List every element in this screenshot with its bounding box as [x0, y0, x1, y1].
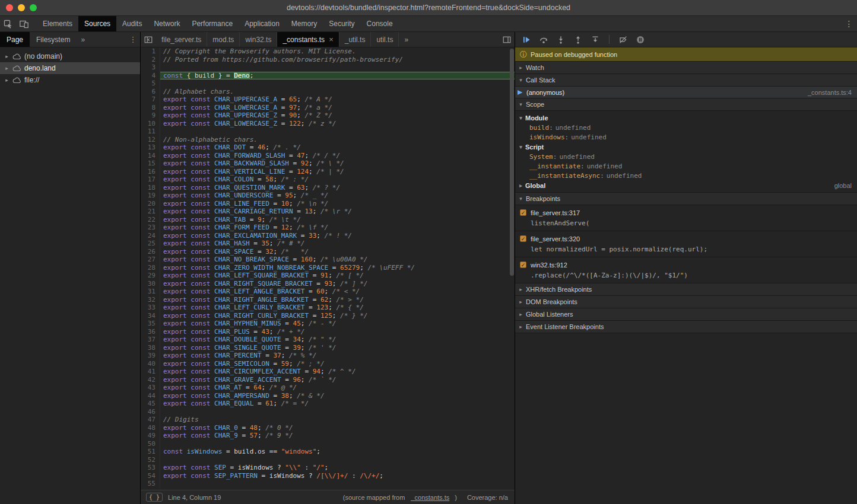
zoom-window-button[interactable]: [30, 4, 37, 11]
line-number[interactable]: 38: [141, 344, 160, 352]
line-number[interactable]: 4: [141, 72, 160, 80]
navigator-toggle-icon[interactable]: [141, 32, 156, 47]
tab-application[interactable]: Application: [239, 16, 285, 31]
section-dom-breakpoints[interactable]: ▸DOM Breakpoints: [515, 295, 857, 308]
file-tab-_util-ts[interactable]: _util.ts: [339, 32, 372, 47]
line-number[interactable]: 55: [141, 480, 160, 488]
navigator-tab-filesystem[interactable]: Filesystem: [30, 32, 77, 47]
line-number[interactable]: 30: [141, 280, 160, 288]
device-toolbar-button[interactable]: [16, 16, 32, 31]
line-number[interactable]: 37: [141, 336, 160, 344]
file-tab-mod-ts[interactable]: mod.ts: [207, 32, 240, 47]
resume-script-button[interactable]: [521, 34, 532, 45]
minimize-window-button[interactable]: [18, 4, 25, 11]
line-number[interactable]: 42: [141, 376, 160, 384]
step-over-button[interactable]: [538, 34, 549, 45]
panel-toggle-icon[interactable]: [499, 32, 515, 47]
breakpoint-checkbox[interactable]: ✓: [520, 261, 526, 268]
navigator-item-file[interactable]: ▸file://: [0, 74, 140, 86]
scope-variable[interactable]: __instantiate:undefined: [515, 161, 857, 171]
line-number[interactable]: 16: [141, 168, 160, 176]
tab-memory[interactable]: Memory: [285, 16, 323, 31]
line-number[interactable]: 47: [141, 416, 160, 424]
line-number[interactable]: 21: [141, 208, 160, 216]
pause-on-exceptions-button[interactable]: [635, 34, 646, 45]
section-call-stack[interactable]: ▾ Call Stack: [515, 74, 857, 87]
scope-section-module[interactable]: ▾Module: [515, 113, 857, 123]
tab-elements[interactable]: Elements: [37, 16, 78, 31]
line-number[interactable]: 53: [141, 464, 160, 472]
line-number[interactable]: 41: [141, 368, 160, 376]
step-out-button[interactable]: [573, 34, 583, 45]
section-xhr-fetch-breakpoints[interactable]: ▸XHR/fetch Breakpoints: [515, 283, 857, 296]
line-number[interactable]: 3: [141, 63, 160, 72]
line-number[interactable]: 27: [141, 256, 160, 264]
line-number[interactable]: 19: [141, 192, 160, 200]
inspect-element-button[interactable]: [0, 16, 16, 31]
line-number[interactable]: 15: [141, 160, 160, 168]
more-navigator-tabs-button[interactable]: »: [77, 32, 89, 47]
file-tab-win32-ts[interactable]: win32.ts: [240, 32, 277, 47]
line-number[interactable]: 52: [141, 456, 160, 464]
section-watch[interactable]: ▸ Watch: [515, 61, 857, 74]
line-number[interactable]: 34: [141, 312, 160, 320]
tab-sources[interactable]: Sources: [78, 16, 116, 31]
tab-security[interactable]: Security: [323, 16, 360, 31]
navigator-tab-page[interactable]: Page: [0, 32, 30, 47]
line-number[interactable]: 31: [141, 288, 160, 296]
navigator-menu-button[interactable]: ⋮: [126, 32, 140, 47]
line-number[interactable]: 11: [141, 127, 160, 136]
line-number[interactable]: 36: [141, 328, 160, 336]
scope-variable[interactable]: isWindows:undefined: [515, 132, 857, 142]
tab-performance[interactable]: Performance: [186, 16, 239, 31]
line-number[interactable]: 20: [141, 200, 160, 208]
line-number[interactable]: 26: [141, 248, 160, 256]
scope-variable[interactable]: System:undefined: [515, 152, 857, 161]
tab-network[interactable]: Network: [148, 16, 186, 31]
file-tab-file_server-ts[interactable]: file_server.ts: [156, 32, 207, 47]
deactivate-breakpoints-button[interactable]: [618, 34, 629, 45]
line-number[interactable]: 7: [141, 95, 160, 104]
line-number[interactable]: 45: [141, 400, 160, 408]
line-number[interactable]: 18: [141, 184, 160, 192]
scope-section-global[interactable]: ▸Globalglobal: [515, 180, 857, 190]
section-breakpoints[interactable]: ▾ Breakpoints: [515, 192, 857, 205]
line-number[interactable]: 10: [141, 120, 160, 128]
section-global-listeners[interactable]: ▸Global Listeners: [515, 308, 857, 321]
main-menu-button[interactable]: ⋮: [841, 16, 857, 31]
line-number[interactable]: 12: [141, 136, 160, 144]
scope-variable[interactable]: __instantiateAsync:undefined: [515, 171, 857, 180]
step-into-button[interactable]: [556, 34, 566, 45]
tab-audits[interactable]: Audits: [116, 16, 148, 31]
line-number[interactable]: 5: [141, 79, 160, 88]
line-number[interactable]: 44: [141, 392, 160, 400]
navigator-item-deno-land[interactable]: ▸deno.land: [0, 62, 140, 74]
line-number[interactable]: 1: [141, 47, 160, 56]
navigator-item-no-domain[interactable]: ▸(no domain): [0, 50, 140, 62]
file-tab-_constants-ts[interactable]: _constants.ts×: [277, 32, 339, 47]
line-number[interactable]: 39: [141, 352, 160, 360]
line-number[interactable]: 50: [141, 440, 160, 448]
line-number[interactable]: 43: [141, 384, 160, 392]
line-number[interactable]: 22: [141, 216, 160, 224]
scope-section-script[interactable]: ▾Script: [515, 142, 857, 152]
close-window-button[interactable]: [6, 4, 13, 11]
line-number[interactable]: 25: [141, 240, 160, 248]
breakpoint-checkbox[interactable]: ✓: [520, 209, 526, 216]
line-number[interactable]: 40: [141, 360, 160, 368]
line-number[interactable]: 6: [141, 88, 160, 96]
line-number[interactable]: 13: [141, 143, 160, 152]
line-number[interactable]: 48: [141, 424, 160, 432]
step-button[interactable]: [590, 34, 601, 45]
line-number[interactable]: 46: [141, 408, 160, 416]
line-number[interactable]: 23: [141, 224, 160, 232]
line-number[interactable]: 28: [141, 264, 160, 272]
editor-scrollbar[interactable]: [510, 49, 514, 276]
line-number[interactable]: 54: [141, 472, 160, 480]
line-number[interactable]: 9: [141, 111, 160, 120]
line-number[interactable]: 35: [141, 320, 160, 328]
line-number[interactable]: 49: [141, 432, 160, 440]
source-mapped-file-link[interactable]: _constants.ts: [411, 494, 449, 501]
line-number[interactable]: 14: [141, 152, 160, 160]
section-event-listener-breakpoints[interactable]: ▸Event Listener Breakpoints: [515, 320, 857, 333]
